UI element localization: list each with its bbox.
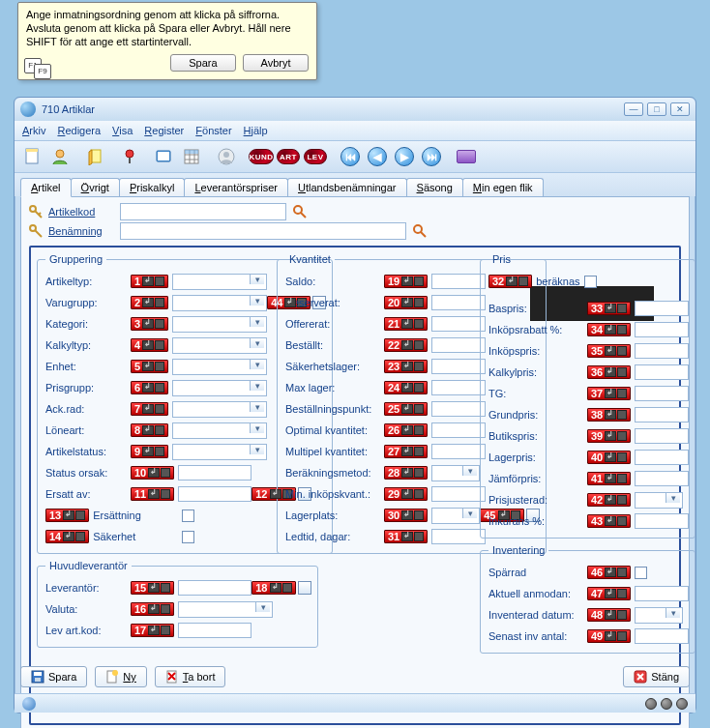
- field-Senast inv antal:[interactable]: [635, 628, 689, 644]
- tab-säsong[interactable]: Säsong: [406, 178, 463, 197]
- toolbar-nav-first[interactable]: ⏮: [338, 144, 363, 169]
- toolbar-book-icon[interactable]: [152, 144, 177, 169]
- toolbar-nav-next[interactable]: ▶: [392, 144, 417, 169]
- field-Lev art.kod:[interactable]: [178, 623, 251, 638]
- field-Kalkyltyp:[interactable]: [172, 337, 267, 354]
- order-badge[interactable]: 46: [587, 566, 631, 579]
- check-Ersättning[interactable]: [182, 510, 194, 522]
- toolbar-pill-lev[interactable]: LEV: [303, 144, 328, 169]
- tab-priskalkyl[interactable]: Priskalkyl: [119, 178, 185, 197]
- order-badge[interactable]: 30: [384, 509, 428, 522]
- order-badge[interactable]: 3: [131, 317, 168, 331]
- field-Beställt:[interactable]: [431, 337, 486, 353]
- order-badge[interactable]: 35: [587, 344, 631, 358]
- order-badge[interactable]: 34: [587, 323, 631, 336]
- close-window-button[interactable]: Stäng: [623, 666, 690, 687]
- field-Prisjusterad:[interactable]: [635, 492, 683, 509]
- tab-artikel[interactable]: Artikel: [20, 178, 72, 197]
- field-Lagerpris:[interactable]: [635, 450, 689, 465]
- field-Aktuell anmodan:[interactable]: [635, 586, 689, 601]
- toolbar-pill-art[interactable]: ART: [276, 144, 301, 169]
- toolbar-nav-prev[interactable]: ◀: [365, 144, 390, 169]
- field-Leverantör:[interactable]: [178, 580, 251, 596]
- order-badge[interactable]: 48: [587, 608, 631, 622]
- order-badge[interactable]: 19: [384, 275, 428, 288]
- field-Status orsak:[interactable]: [178, 465, 251, 480]
- order-badge[interactable]: 5: [131, 360, 168, 373]
- menu-arkiv[interactable]: Arkiv: [22, 125, 45, 136]
- order-badge[interactable]: 25: [384, 402, 428, 416]
- field-Säkerhetslager:[interactable]: [431, 359, 486, 374]
- maximize-button[interactable]: □: [647, 102, 666, 116]
- field-Prisgrupp:[interactable]: [172, 380, 267, 396]
- search-icon[interactable]: [412, 223, 428, 239]
- field-Kalkylpris:[interactable]: [635, 364, 689, 380]
- field-Multipel kvantitet:[interactable]: [431, 444, 486, 459]
- order-badge[interactable]: 4: [131, 338, 168, 352]
- order-badge[interactable]: 26: [384, 423, 428, 437]
- order-badge[interactable]: 41: [587, 472, 631, 485]
- toolbar-pill-kund[interactable]: KUND: [249, 144, 274, 169]
- menu-redigera[interactable]: Redigera: [57, 125, 101, 136]
- field-Valuta:[interactable]: [178, 601, 273, 618]
- field-Beräkningsmetod:[interactable]: [431, 465, 480, 481]
- toolbar-user-icon[interactable]: [47, 144, 73, 169]
- toolbar-help-icon[interactable]: [454, 144, 479, 169]
- field-Inkurans %:[interactable]: [635, 513, 689, 529]
- field-Jämförpris:[interactable]: [635, 471, 689, 486]
- menu-visa[interactable]: Visa: [112, 125, 133, 136]
- order-badge[interactable]: 14: [45, 530, 89, 543]
- field-Löneart:[interactable]: [172, 422, 267, 439]
- order-badge[interactable]: 1: [131, 275, 168, 288]
- order-badge[interactable]: 10: [131, 466, 174, 480]
- close-button[interactable]: ✕: [670, 102, 690, 116]
- tab-övrigt[interactable]: Övrigt: [71, 178, 120, 197]
- field-Ack.rad:[interactable]: [172, 401, 267, 418]
- order-badge[interactable]: 6: [131, 381, 168, 394]
- order-badge[interactable]: 17: [131, 624, 174, 637]
- field-Inköpsrabatt %:[interactable]: [635, 322, 689, 337]
- field-Ersatt av:[interactable]: [178, 486, 251, 502]
- order-badge[interactable]: 20: [384, 296, 428, 309]
- order-badge[interactable]: 38: [587, 408, 631, 422]
- field-Varugrupp:[interactable]: [172, 295, 267, 311]
- benamning-label[interactable]: Benämning: [48, 225, 114, 237]
- order-badge[interactable]: 29: [384, 487, 428, 501]
- menu-fonster[interactable]: Fönster: [195, 125, 231, 136]
- order-badge[interactable]: 40: [587, 451, 631, 464]
- field-Inköpspris:[interactable]: [635, 343, 689, 359]
- new-button[interactable]: Ny: [95, 666, 146, 687]
- order-badge[interactable]: 21: [384, 317, 428, 331]
- field-Artikelstatus:[interactable]: [172, 444, 267, 460]
- order-badge[interactable]: 32: [488, 275, 532, 288]
- titlebar[interactable]: 710 Artiklar — □ ✕: [15, 98, 695, 121]
- order-badge[interactable]: 27: [384, 445, 428, 458]
- order-badge[interactable]: 11: [131, 487, 174, 501]
- minimize-button[interactable]: —: [624, 102, 643, 116]
- field-Beställningspunkt:[interactable]: [431, 401, 486, 417]
- search-icon[interactable]: [292, 204, 308, 219]
- artikelkod-input[interactable]: [120, 203, 286, 220]
- field-TG:[interactable]: [635, 386, 689, 401]
- field-Min. inköpskvant.:[interactable]: [431, 486, 486, 502]
- order-badge[interactable]: 13: [45, 509, 89, 522]
- delete-button[interactable]: Ta bort: [155, 666, 226, 687]
- field-Kategori:[interactable]: [172, 316, 267, 333]
- order-badge[interactable]: 16: [131, 602, 174, 616]
- tab-min egen flik[interactable]: Min egen flik: [462, 178, 544, 197]
- field-Enhet:[interactable]: [172, 359, 267, 375]
- order-badge[interactable]: 28: [384, 466, 428, 480]
- toolbar-person-icon[interactable]: [214, 144, 239, 169]
- save-button[interactable]: Spara: [20, 666, 87, 687]
- order-badge[interactable]: 42: [587, 493, 631, 507]
- order-badge[interactable]: 8: [131, 423, 168, 437]
- order-badge[interactable]: 15: [131, 581, 174, 595]
- tab-utlandsbenämningar[interactable]: Utlandsbenämningar: [287, 178, 407, 197]
- order-badge[interactable]: 33: [587, 302, 631, 315]
- field-Artikeltyp:[interactable]: [172, 274, 267, 290]
- field-Lagerplats:[interactable]: [431, 508, 480, 524]
- field-Max lager:[interactable]: [431, 380, 486, 395]
- order-badge[interactable]: 47: [587, 587, 631, 600]
- order-badge[interactable]: 2: [131, 296, 168, 309]
- order-badge[interactable]: 9: [131, 445, 168, 458]
